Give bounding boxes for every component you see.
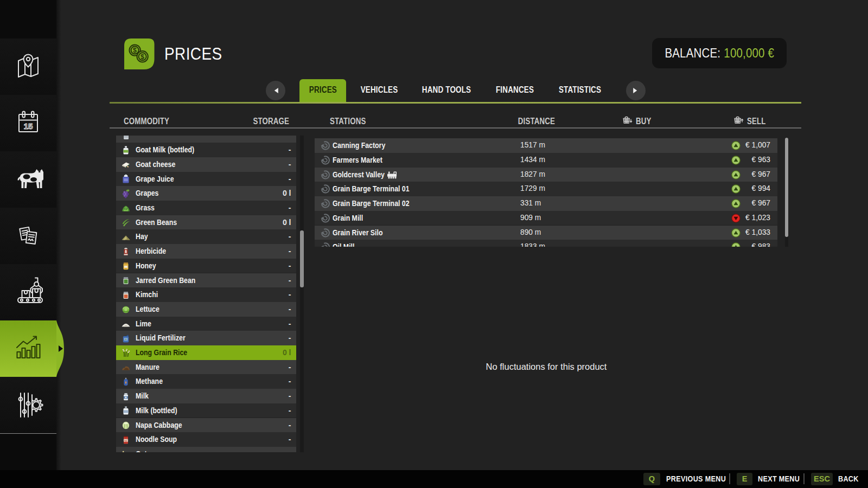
svg-text:15: 15 xyxy=(24,121,33,131)
svg-text:$: $ xyxy=(133,47,137,54)
svg-text:$: $ xyxy=(141,53,144,61)
